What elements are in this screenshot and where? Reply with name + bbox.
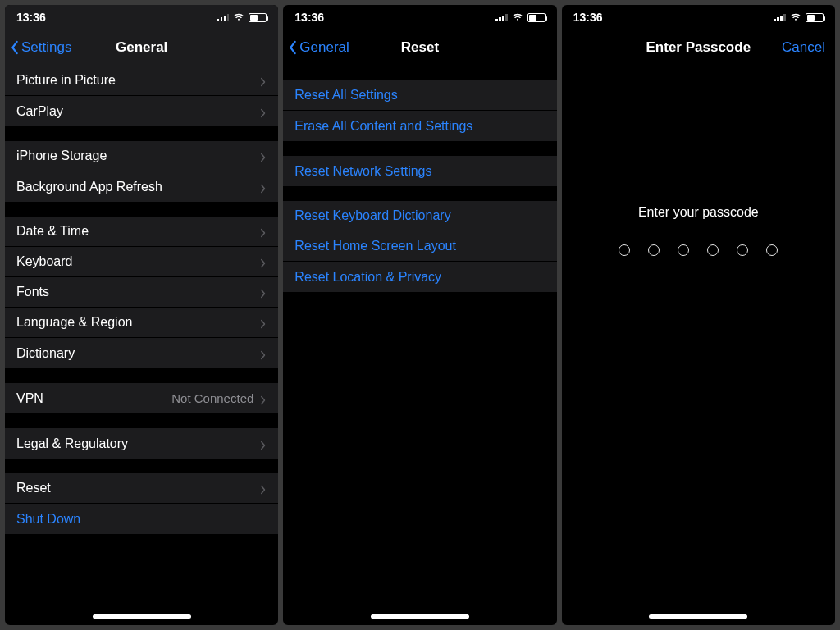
battery-icon — [806, 13, 824, 22]
settings-row[interactable]: Fonts — [5, 277, 278, 308]
reset-option[interactable]: Reset Keyboard Dictionary — [283, 201, 556, 231]
row-label: Picture in Picture — [16, 73, 260, 88]
passcode-dot — [619, 244, 630, 256]
settings-row[interactable]: VPNNot Connected — [5, 383, 278, 413]
chevron-right-icon — [260, 257, 267, 267]
settings-row[interactable]: Picture in Picture — [5, 66, 278, 96]
settings-row[interactable]: Keyboard — [5, 247, 278, 277]
settings-row[interactable]: Background App Refresh — [5, 171, 278, 202]
row-label: Reset Network Settings — [294, 164, 545, 179]
settings-row[interactable]: Language & Region — [5, 308, 278, 338]
status-time: 13:36 — [573, 11, 603, 24]
row-label: Legal & Regulatory — [16, 436, 260, 451]
wifi-icon — [790, 13, 801, 21]
chevron-right-icon — [260, 349, 267, 358]
chevron-right-icon — [260, 287, 267, 297]
row-label: Erase All Content and Settings — [294, 119, 545, 134]
row-label: Fonts — [16, 285, 260, 299]
chevron-right-icon — [260, 394, 267, 404]
row-detail: Not Connected — [171, 391, 253, 405]
reset-option[interactable]: Erase All Content and Settings — [283, 111, 556, 141]
status-indicators — [495, 13, 546, 22]
reset-option[interactable]: Reset Network Settings — [283, 156, 556, 186]
back-label: Settings — [21, 39, 71, 56]
row-label: iPhone Storage — [16, 148, 260, 163]
row-label: Reset Location & Privacy — [294, 270, 545, 285]
row-label: VPN — [16, 391, 171, 406]
reset-option[interactable]: Reset Home Screen Layout — [283, 231, 556, 262]
settings-row[interactable]: Dictionary — [5, 338, 278, 368]
passcode-dot — [707, 244, 719, 256]
screen-general: 13:36 Settings General P — [5, 5, 278, 625]
row-label: Reset Keyboard Dictionary — [294, 208, 545, 223]
chevron-right-icon — [260, 483, 267, 493]
status-indicators — [217, 13, 267, 22]
nav-bar: Enter Passcode Cancel — [562, 30, 835, 66]
wifi-icon — [233, 13, 244, 21]
status-bar: 13:36 — [5, 5, 278, 30]
row-label: Date & Time — [16, 224, 260, 239]
reset-option[interactable]: Reset Location & Privacy — [283, 262, 556, 292]
chevron-left-icon — [288, 40, 298, 55]
nav-bar: General Reset — [283, 30, 556, 66]
chevron-left-icon — [10, 40, 20, 55]
cellular-icon — [217, 13, 230, 21]
row-label: CarPlay — [16, 104, 260, 119]
row-label: Language & Region — [16, 315, 260, 330]
row-label: Reset Home Screen Layout — [294, 239, 545, 253]
screen-reset: 13:36 General Reset Reset All SettingsEr… — [283, 5, 556, 625]
home-indicator[interactable] — [371, 614, 469, 619]
wifi-icon — [512, 13, 523, 21]
row-label: Background App Refresh — [16, 180, 260, 194]
status-bar: 13:36 — [283, 5, 556, 30]
passcode-dots[interactable] — [562, 244, 835, 256]
passcode-prompt: Enter your passcode — [562, 205, 835, 220]
status-time: 13:36 — [294, 11, 324, 24]
reset-option[interactable]: Reset All Settings — [283, 80, 556, 111]
row-label: Shut Down — [16, 512, 267, 527]
cellular-icon — [774, 13, 786, 21]
status-indicators — [774, 13, 824, 22]
settings-row[interactable]: Date & Time — [5, 217, 278, 247]
chevron-right-icon — [260, 317, 267, 327]
chevron-right-icon — [260, 226, 267, 236]
home-indicator[interactable] — [93, 614, 191, 619]
cellular-icon — [495, 13, 508, 21]
passcode-dot — [737, 244, 748, 256]
settings-row[interactable]: Shut Down — [5, 504, 278, 534]
back-label: General — [299, 39, 349, 56]
status-bar: 13:36 — [562, 5, 835, 30]
row-label: Dictionary — [16, 346, 260, 361]
battery-icon — [527, 13, 546, 22]
row-label: Reset — [16, 481, 260, 495]
nav-bar: Settings General — [5, 30, 278, 66]
settings-row[interactable]: CarPlay — [5, 96, 278, 126]
chevron-right-icon — [260, 75, 267, 85]
back-button[interactable]: Settings — [5, 39, 71, 56]
battery-icon — [249, 13, 267, 22]
row-label: Reset All Settings — [294, 88, 545, 103]
back-button[interactable]: General — [283, 39, 349, 56]
home-indicator[interactable] — [649, 614, 747, 619]
passcode-dot — [678, 244, 689, 256]
settings-row[interactable]: Reset — [5, 473, 278, 504]
status-time: 13:36 — [16, 11, 46, 24]
cancel-button[interactable]: Cancel — [782, 39, 825, 56]
chevron-right-icon — [260, 439, 267, 449]
passcode-area: Enter your passcode — [562, 66, 835, 256]
passcode-dot — [648, 244, 660, 256]
screen-passcode: 13:36 Enter Passcode Cancel Enter your p… — [562, 5, 835, 625]
row-label: Keyboard — [16, 254, 260, 269]
chevron-right-icon — [260, 151, 267, 161]
chevron-right-icon — [260, 182, 267, 192]
settings-row[interactable]: iPhone Storage — [5, 141, 278, 171]
passcode-dot — [766, 244, 778, 256]
chevron-right-icon — [260, 107, 267, 116]
settings-row[interactable]: Legal & Regulatory — [5, 428, 278, 459]
